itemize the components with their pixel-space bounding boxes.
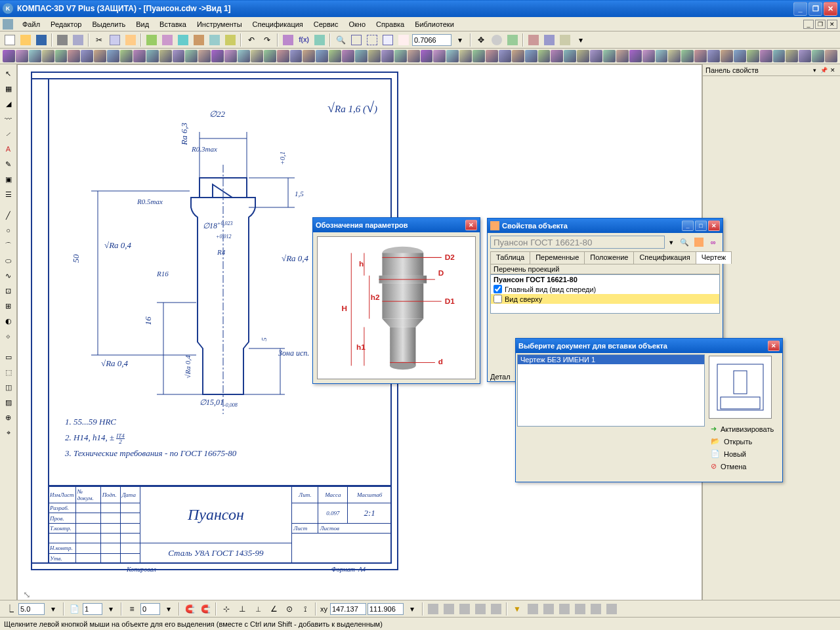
library-part-icon[interactable] — [590, 50, 602, 62]
library-part-icon[interactable] — [303, 50, 315, 62]
props-maximize-button[interactable]: □ — [695, 220, 707, 231]
minimize-button[interactable]: _ — [793, 2, 807, 16]
library-part-icon[interactable] — [747, 50, 759, 62]
zoom-prev-button[interactable] — [396, 33, 411, 47]
tool-icon[interactable]: ◢ — [2, 97, 15, 110]
library-part-icon[interactable] — [707, 50, 720, 62]
library-part-icon[interactable] — [459, 50, 472, 62]
library-part-icon[interactable] — [277, 50, 289, 62]
library-part-icon[interactable] — [760, 50, 772, 62]
spline-tool[interactable]: ∿ — [2, 269, 15, 282]
library-part-icon[interactable] — [342, 50, 354, 62]
tool-icon[interactable]: ◫ — [2, 381, 15, 394]
list-item-title[interactable]: Пуансон ГОСТ 16621-80 — [491, 275, 719, 284]
library-part-icon[interactable] — [42, 50, 54, 62]
snap-icon[interactable]: ⟟ — [298, 602, 312, 616]
type-combo[interactable] — [490, 236, 665, 249]
library-part-icon[interactable] — [603, 50, 616, 62]
redo-button[interactable]: ↷ — [260, 33, 274, 47]
library-part-icon[interactable] — [264, 50, 276, 62]
params-close-button[interactable]: ✕ — [465, 220, 477, 230]
pointer-tool[interactable]: ↖ — [2, 67, 15, 80]
magnet-off-icon[interactable]: 🧲 — [198, 602, 213, 616]
tool-icon[interactable]: ⟋ — [2, 127, 15, 140]
library-part-icon[interactable] — [433, 50, 446, 62]
rect-tool[interactable]: ▭ — [2, 350, 15, 364]
mode-icon[interactable] — [589, 602, 603, 616]
library-part-icon[interactable] — [721, 50, 733, 62]
library-part-icon[interactable] — [211, 50, 224, 62]
library-part-icon[interactable] — [421, 50, 433, 62]
mode-icon[interactable] — [541, 602, 556, 616]
new-button[interactable]: 📄Новый — [709, 448, 780, 460]
line-tool[interactable]: ╱ — [2, 209, 15, 222]
panel-close-icon[interactable]: ✕ — [828, 66, 837, 75]
menu-insert[interactable]: Вставка — [154, 19, 192, 30]
copy-button[interactable] — [108, 33, 122, 47]
layer-icon[interactable]: ≡ — [125, 602, 139, 616]
layer-dropdown[interactable]: ▾ — [161, 602, 176, 616]
activate-button[interactable]: ➜Активизировать — [709, 423, 780, 435]
circle-tool[interactable]: ○ — [2, 224, 15, 237]
tool-icon[interactable]: ⊡ — [2, 284, 15, 297]
tb-dropdown[interactable]: ▾ — [574, 33, 588, 47]
snap-icon[interactable]: ⟂ — [251, 602, 265, 616]
library-part-icon[interactable] — [81, 50, 93, 62]
preview-button[interactable] — [71, 33, 85, 47]
library-part-icon[interactable] — [786, 50, 798, 62]
print-button[interactable] — [55, 33, 70, 47]
filter-icon[interactable]: ▼ — [510, 602, 524, 616]
library-part-icon[interactable] — [120, 50, 133, 62]
menu-select[interactable]: Выделить — [87, 19, 131, 30]
library-part-icon[interactable] — [224, 50, 237, 62]
undo-button[interactable]: ↶ — [244, 33, 259, 47]
menu-service[interactable]: Сервис — [308, 19, 344, 30]
library-part-icon[interactable] — [29, 50, 41, 62]
mode-icon[interactable] — [442, 602, 456, 616]
library-part-icon[interactable] — [564, 50, 576, 62]
part-icon[interactable] — [692, 236, 705, 249]
open-button[interactable]: 📂Открыть — [709, 435, 780, 448]
lib-button[interactable] — [281, 33, 295, 47]
step-icon[interactable]: ⎿ — [3, 602, 17, 616]
library-part-icon[interactable] — [525, 50, 537, 62]
library-part-icon[interactable] — [499, 50, 511, 62]
library-part-icon[interactable] — [3, 50, 15, 62]
props-close-button[interactable]: ✕ — [708, 220, 720, 231]
library-part-icon[interactable] — [381, 50, 394, 62]
zoom-in-button[interactable]: 🔍 — [333, 33, 348, 47]
library-part-icon[interactable] — [681, 50, 694, 62]
tab-position[interactable]: Положение — [584, 251, 634, 264]
tool-icon[interactable]: ◐ — [2, 314, 15, 327]
tool-icon[interactable]: ▦ — [2, 82, 15, 95]
library-part-icon[interactable] — [107, 50, 119, 62]
tool-icon[interactable]: ☰ — [2, 188, 15, 201]
magnet-on-icon[interactable]: 🧲 — [182, 602, 197, 616]
tb-icon[interactable] — [160, 33, 175, 47]
mode-icon[interactable] — [604, 602, 619, 616]
page-icon[interactable]: 📄 — [67, 602, 81, 616]
tool-icon[interactable]: ⊕ — [2, 411, 15, 424]
scroll-origin-icon[interactable]: ⤡ — [23, 589, 31, 600]
mdi-minimize[interactable]: _ — [803, 20, 814, 29]
tool-icon[interactable]: ✎ — [2, 158, 15, 171]
tb-icon[interactable] — [207, 33, 222, 47]
menu-window[interactable]: Окно — [343, 19, 371, 30]
library-part-icon[interactable] — [290, 50, 303, 62]
vars-button[interactable] — [312, 33, 327, 47]
library-part-icon[interactable] — [198, 50, 211, 62]
tool-icon[interactable]: ⬚ — [2, 366, 15, 379]
mode-icon[interactable] — [573, 602, 587, 616]
tb-icon[interactable] — [542, 33, 556, 47]
mode-icon[interactable] — [457, 602, 472, 616]
tab-spec[interactable]: Спецификация — [633, 251, 696, 264]
layer-input[interactable] — [140, 603, 160, 615]
close-button[interactable]: ✕ — [824, 2, 837, 16]
zoom-fit-button[interactable] — [381, 33, 395, 47]
library-part-icon[interactable] — [538, 50, 551, 62]
fx-button[interactable]: f(x) — [297, 33, 311, 47]
library-part-icon[interactable] — [512, 50, 524, 62]
library-part-icon[interactable] — [173, 50, 185, 62]
library-part-icon[interactable] — [694, 50, 707, 62]
cut-button[interactable]: ✂ — [92, 33, 106, 47]
